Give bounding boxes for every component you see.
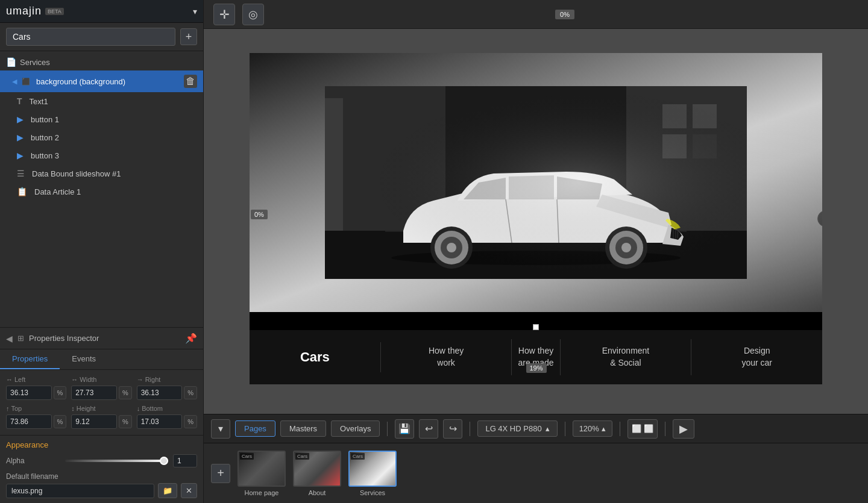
layer-icon-article: 📋 xyxy=(17,187,27,196)
beta-badge: BETA xyxy=(45,8,64,15)
top-toolbar: ✛ ◎ 0% xyxy=(204,0,868,29)
search-bar: + xyxy=(0,23,203,51)
tab-masters[interactable]: Masters xyxy=(280,420,326,437)
play-button[interactable]: ▶ xyxy=(673,419,694,439)
inspector-section-icon: ⊞ xyxy=(17,334,24,343)
page-thumb-label-services: Services xyxy=(360,489,385,496)
field-left-row: % xyxy=(6,386,66,400)
layer-item-button1[interactable]: ▶ button 1 xyxy=(0,110,203,128)
field-top: ↑ Top % xyxy=(6,405,66,429)
target-tool-icon[interactable]: ◎ xyxy=(242,4,264,25)
filename-input[interactable] xyxy=(6,484,154,498)
layers-section-label: Services xyxy=(20,58,50,67)
device-label: LG 4X HD P880 xyxy=(485,424,541,433)
target-icon: ◎ xyxy=(248,8,258,21)
inspector-tabs: Properties Events xyxy=(0,349,203,370)
add-button[interactable]: + xyxy=(180,28,197,45)
page-thumb-label-about: About xyxy=(309,489,326,496)
field-height: ↕ Height % xyxy=(71,405,131,429)
field-bottom-label: ↓ Bottom xyxy=(137,405,197,412)
inspector-collapse-icon[interactable]: ◀ xyxy=(6,334,13,343)
nav-item-cars[interactable]: Cars xyxy=(250,342,381,373)
thumb-badge-homepage: Cars xyxy=(240,453,254,460)
panel-collapse-icon[interactable]: ▾ xyxy=(211,419,230,439)
field-width-unit: % xyxy=(119,386,132,399)
field-left-unit: % xyxy=(54,386,67,399)
layer-type-icon-bg: ⬛ xyxy=(22,78,30,86)
canvas-workspace: 0% xyxy=(204,29,868,414)
field-right-label: → Right xyxy=(137,376,197,383)
tab-overlays[interactable]: Overlays xyxy=(331,420,380,437)
page-thumb-services[interactable]: Cars Services xyxy=(348,451,397,496)
layer-icon-text1: T xyxy=(17,96,22,106)
zoom-control[interactable]: 120% ▴ xyxy=(573,420,612,437)
canvas-area: ✛ ◎ 0% 0% xyxy=(204,0,868,503)
layer-icon-button2: ▶ xyxy=(17,133,24,142)
resize-handle-bottom[interactable] xyxy=(533,324,539,330)
properties-fields: ↔ Left % ↔ Width % xyxy=(0,370,203,435)
tab-properties[interactable]: Properties xyxy=(0,349,60,369)
device-selector[interactable]: LG 4X HD P880 ▴ xyxy=(477,420,557,437)
field-left-input[interactable] xyxy=(6,386,52,400)
field-top-row: % xyxy=(6,414,66,429)
page-thumb-about[interactable]: Cars About xyxy=(293,451,341,496)
layer-item-background[interactable]: ◀ ⬛ background (background) 🗑 xyxy=(0,70,203,92)
undo-button[interactable]: ↩ xyxy=(419,419,438,439)
separator-3 xyxy=(565,422,565,436)
nav-label-environment: Environment& Social xyxy=(567,345,685,369)
layer-item-text1[interactable]: T Text1 xyxy=(0,92,203,110)
field-top-label: ↑ Top xyxy=(6,405,66,412)
move-tool-icon[interactable]: ✛ xyxy=(213,4,235,25)
nav-label-design: Designyour car xyxy=(697,345,816,369)
app-header: umajin BETA ▾ xyxy=(0,0,203,23)
field-top-input[interactable] xyxy=(6,414,52,429)
redo-button[interactable]: ↪ xyxy=(443,419,462,439)
zoom-label: 120% xyxy=(579,424,599,433)
layer-item-slideshow[interactable]: ☰ Data Bound slideshow #1 xyxy=(0,164,203,183)
nav-item-environment[interactable]: Environment& Social xyxy=(561,339,692,375)
separator-1 xyxy=(387,422,388,436)
field-height-input[interactable] xyxy=(71,414,117,429)
nav-item-how-they-work[interactable]: How theywork xyxy=(381,339,512,375)
add-page-button[interactable]: + xyxy=(211,464,230,483)
car-image-inner xyxy=(250,53,822,312)
alpha-slider[interactable] xyxy=(65,460,168,462)
car-svg xyxy=(325,86,747,279)
canvas-top-percent-container: 0% xyxy=(271,10,858,19)
inspector-pin-icon[interactable]: 📌 xyxy=(185,333,197,344)
field-right-input[interactable] xyxy=(137,386,183,400)
layer-list: 📄 Services ◀ ⬛ background (background) 🗑… xyxy=(0,51,203,327)
header-dropdown-icon[interactable]: ▾ xyxy=(193,7,197,16)
layer-item-button3[interactable]: ▶ button 3 xyxy=(0,146,203,164)
field-bottom-unit: % xyxy=(184,415,197,428)
move-icon: ✛ xyxy=(219,7,230,22)
bottom-arrow-icon: ↓ xyxy=(137,405,140,412)
field-width-label: ↔ Width xyxy=(71,376,131,383)
nav-label-cars: Cars xyxy=(256,348,374,367)
field-right-unit: % xyxy=(184,386,197,399)
nav-item-design[interactable]: Designyour car xyxy=(691,339,822,375)
filename-browse-button[interactable]: 📁 xyxy=(158,483,177,498)
svg-rect-21 xyxy=(325,86,747,279)
layer-delete-button[interactable]: 🗑 xyxy=(184,75,197,88)
layer-item-button2[interactable]: ▶ button 2 xyxy=(0,128,203,146)
tab-events[interactable]: Events xyxy=(60,349,108,369)
field-bottom-input[interactable] xyxy=(137,414,183,429)
orientation-toggle[interactable]: ⬜ ⬜ xyxy=(627,419,658,439)
save-button[interactable]: 💾 xyxy=(395,419,414,439)
page-thumb-homepage[interactable]: Cars Home page xyxy=(237,451,286,496)
layer-label-text1: Text1 xyxy=(30,97,48,106)
layer-selected-indicator: ◀ xyxy=(12,78,17,86)
inspector-header: ◀ ⊞ Properties Inspector 📌 xyxy=(0,328,203,349)
field-bottom-row: % xyxy=(137,414,197,429)
alpha-value-input[interactable] xyxy=(173,454,197,467)
field-width: ↔ Width % xyxy=(71,376,131,400)
layer-item-article[interactable]: 📋 Data Article 1 xyxy=(0,183,203,201)
tab-pages[interactable]: Pages xyxy=(235,420,275,437)
preview-nav: Cars How theywork How theyare made 19% E… xyxy=(250,330,822,384)
left-arrow-icon: ↔ xyxy=(6,376,13,383)
thumb-badge-services: Cars xyxy=(351,453,365,460)
field-width-input[interactable] xyxy=(71,386,117,400)
search-input[interactable] xyxy=(6,28,175,46)
filename-clear-button[interactable]: ✕ xyxy=(181,483,197,498)
